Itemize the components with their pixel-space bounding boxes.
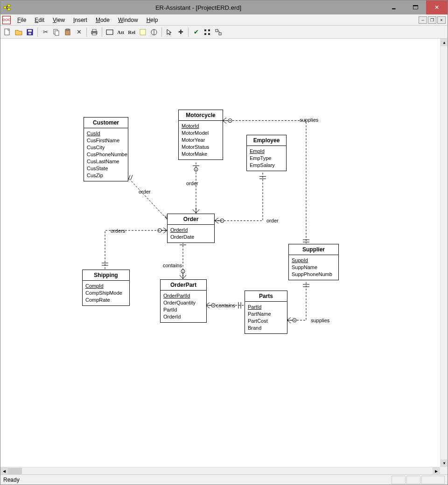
svg-rect-12	[66, 29, 69, 30]
svg-rect-23	[208, 33, 210, 35]
note-tool-button[interactable]	[138, 27, 148, 37]
entity-supplier[interactable]: Supplier SuppId SuppName SuppPhoneNumb	[288, 244, 339, 280]
vertical-scrollbar[interactable]: ▲ ▼	[440, 39, 448, 467]
svg-rect-2	[7, 8, 10, 10]
entity-body: EmpId EmpType EmpSalary	[247, 146, 286, 171]
entity-title: Shipping	[83, 270, 129, 281]
entity-orderpart[interactable]: OrderPart OrderPartId OrderQuantity Part…	[160, 279, 207, 323]
relationship-tool-button[interactable]: Rel	[126, 27, 137, 37]
svg-rect-17	[140, 29, 146, 35]
scroll-right-button[interactable]: ▶	[433, 467, 440, 474]
menu-file[interactable]: File	[14, 16, 30, 24]
mdi-controls: – ❐ ×	[418, 16, 446, 24]
entity-title: Motorcycle	[179, 110, 223, 121]
svg-point-42	[181, 270, 185, 273]
document-icon: DOC	[2, 16, 11, 24]
status-box-2	[406, 476, 420, 484]
window-controls: 🗕 🗖 ✕	[383, 0, 448, 14]
scroll-up-button[interactable]: ▲	[441, 39, 448, 46]
new-button[interactable]	[2, 27, 13, 37]
mdi-minimize-button[interactable]: –	[419, 16, 427, 24]
delete-button[interactable]: ✕	[74, 27, 84, 37]
svg-rect-15	[92, 33, 96, 35]
rel-label-parts-supplier: supplies	[311, 318, 329, 323]
cut-button[interactable]: ✂	[40, 27, 50, 37]
svg-rect-16	[106, 30, 113, 35]
close-button[interactable]: ✕	[426, 0, 448, 14]
scroll-left-button[interactable]: ◀	[0, 467, 8, 474]
svg-line-26	[218, 30, 220, 33]
menu-mode[interactable]: Mode	[92, 16, 113, 24]
svg-point-45	[158, 229, 161, 232]
scroll-thumb[interactable]	[8, 468, 22, 474]
check-button[interactable]: ✔	[191, 27, 201, 37]
menu-view[interactable]: View	[49, 16, 69, 24]
window-title: ER-Assistant - [ProjectERD.erd]	[14, 4, 383, 11]
scroll-down-button[interactable]: ▼	[441, 459, 448, 467]
svg-point-38	[220, 219, 224, 222]
menu-edit[interactable]: Edit	[31, 16, 48, 24]
layout-tool-button[interactable]	[213, 27, 224, 37]
status-box-3	[421, 476, 445, 484]
svg-rect-5	[5, 29, 9, 35]
entity-title: Order	[168, 214, 214, 225]
svg-rect-22	[204, 33, 206, 35]
svg-rect-20	[204, 29, 206, 31]
statusbar: Ready	[0, 474, 448, 485]
entity-motorcycle[interactable]: Motorcycle MotorId MotorModel MotorYear …	[178, 110, 223, 160]
rel-label-order-orderpart: contains	[163, 263, 182, 268]
svg-line-27	[127, 176, 167, 219]
rel-label-employee-order: order	[266, 218, 279, 223]
titlebar[interactable]: ER-Assistant - [ProjectERD.erd] 🗕 🗖 ✕	[0, 0, 448, 14]
entity-order[interactable]: Order OrderId OrderDate	[167, 214, 215, 243]
entity-body: SuppId SuppName SuppPhoneNumb	[289, 255, 338, 280]
svg-rect-21	[208, 29, 210, 31]
open-button[interactable]	[14, 27, 24, 37]
scroll-corner	[440, 467, 448, 474]
svg-rect-10	[55, 31, 59, 35]
menubar: DOC File Edit View Insert Mode Window He…	[0, 14, 448, 26]
rel-label-motorcycle-order: order	[186, 180, 198, 186]
minimize-button[interactable]: 🗕	[383, 0, 405, 14]
copy-button[interactable]	[51, 27, 62, 37]
entity-title: Employee	[247, 135, 286, 146]
content-area: Customer CusId CusFirstName CusCity CusP…	[0, 39, 448, 474]
rel-label-shipping-order: orders	[111, 228, 125, 234]
entity-tool-button[interactable]	[105, 27, 115, 37]
svg-line-29	[131, 175, 133, 180]
entity-customer[interactable]: Customer CusId CusFirstName CusCity CusP…	[84, 117, 128, 181]
align-tool-button[interactable]	[202, 27, 212, 37]
generalization-tool-button[interactable]	[149, 27, 159, 37]
svg-point-32	[194, 167, 198, 171]
horizontal-scrollbar[interactable]: ◀ ▶	[0, 467, 440, 474]
entity-body: OrderPartId OrderQuantity PartId OrderId	[161, 291, 206, 322]
entity-title: Parts	[245, 291, 287, 302]
entity-body: CusId CusFirstName CusCity CusPhoneNumbe…	[84, 128, 128, 181]
attribute-tool-button[interactable]: Att	[116, 27, 126, 37]
menu-help[interactable]: Help	[143, 16, 162, 24]
svg-point-47	[211, 304, 215, 307]
rel-label-motorcycle-supplier: supplies	[300, 117, 318, 123]
svg-rect-0	[4, 7, 7, 8]
entity-body: MotorId MotorModel MotorYear MotorStatus…	[179, 121, 223, 159]
entity-shipping[interactable]: Shipping CompId CompShipMode CompRate	[82, 270, 130, 306]
maximize-button[interactable]: 🗖	[405, 0, 426, 14]
toolbar: ✂ ✕ Att Rel ✚ ✔	[0, 26, 448, 39]
svg-rect-24	[216, 29, 218, 32]
pointer-tool-button[interactable]	[164, 27, 175, 37]
menu-insert[interactable]: Insert	[70, 16, 91, 24]
mdi-close-button[interactable]: ×	[437, 16, 446, 24]
diagram-canvas[interactable]: Customer CusId CusFirstName CusCity CusP…	[0, 39, 440, 467]
svg-rect-25	[219, 33, 221, 35]
mdi-restore-button[interactable]: ❐	[428, 16, 436, 24]
paste-button[interactable]	[63, 27, 73, 37]
entity-title: OrderPart	[161, 280, 206, 291]
move-tool-button[interactable]: ✚	[175, 27, 186, 37]
menu-window[interactable]: Window	[114, 16, 142, 24]
entity-employee[interactable]: Employee EmpId EmpType EmpSalary	[246, 135, 287, 171]
rel-label-orderpart-parts: contains	[216, 303, 235, 308]
app-icon	[3, 4, 11, 11]
print-button[interactable]	[89, 27, 99, 37]
save-button[interactable]	[25, 27, 35, 37]
entity-parts[interactable]: Parts PartId PartName PartCost Brand	[245, 291, 287, 334]
